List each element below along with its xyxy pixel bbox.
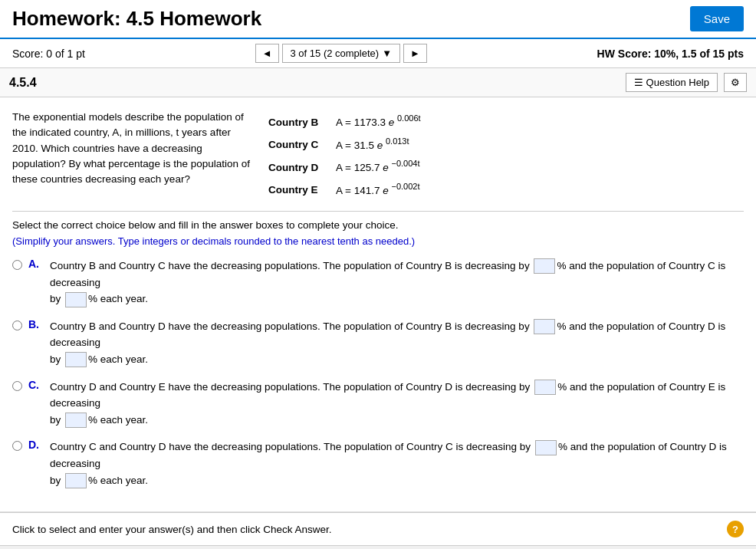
question-help-button[interactable]: ☰ Question Help <box>626 73 718 92</box>
country-e-formula: A = 141.7 e −0.002t <box>336 178 419 201</box>
choice-d-input1[interactable] <box>535 440 557 455</box>
choice-d-radio[interactable] <box>12 441 22 451</box>
choice-a-input1[interactable] <box>534 258 555 274</box>
section-actions: ☰ Question Help ⚙ <box>626 73 747 92</box>
country-c-formula: A = 31.5 e 0.013t <box>336 133 409 156</box>
footer-bar: All parts showing Clear All Check Answer… <box>0 545 756 549</box>
choice-b-input1[interactable] <box>534 319 555 334</box>
country-d-formula: A = 125.7 e −0.004t <box>336 155 419 178</box>
country-c-row: Country C A = 31.5 e 0.013t <box>268 133 421 156</box>
header: Homework: 4.5 Homework Save <box>0 0 756 39</box>
nav-dropdown-icon: ▼ <box>382 48 392 59</box>
help-button[interactable]: ? <box>727 521 744 537</box>
bottom-instruction: Click to select and enter your answer(s)… <box>0 512 756 545</box>
choice-b-letter: B. <box>28 318 44 330</box>
country-e-row: Country E A = 141.7 e −0.002t <box>268 178 421 201</box>
score-label: Score: <box>12 48 43 60</box>
main-content: The exponential models describe the popu… <box>0 97 756 512</box>
hw-score-value: 10%, 1.5 of 15 pts <box>654 48 744 60</box>
nav-center: ◄ 3 of 15 (2 complete) ▼ ► <box>255 44 427 63</box>
choice-a-text: Country B and Country C have the decreas… <box>50 258 744 307</box>
nav-label-text: 3 of 15 (2 complete) <box>291 48 380 59</box>
hw-score-display: HW Score: 10%, 1.5 of 15 pts <box>597 48 744 60</box>
country-c-label: Country C <box>268 134 330 155</box>
choice-d-text: Country C and Country D have the decreas… <box>50 439 744 488</box>
save-button[interactable]: Save <box>690 6 744 31</box>
choice-d-letter: D. <box>28 439 44 451</box>
gear-icon: ⚙ <box>731 77 740 88</box>
nav-next-button[interactable]: ► <box>403 44 427 63</box>
choice-d: D. Country C and Country D have the decr… <box>12 439 744 488</box>
choice-d-input2[interactable] <box>65 473 87 488</box>
problem-area: The exponential models describe the popu… <box>12 110 744 200</box>
score-bar: Score: 0 of 1 pt ◄ 3 of 15 (2 complete) … <box>0 39 756 68</box>
score-display: Score: 0 of 1 pt <box>12 48 85 60</box>
bottom-instruction-text: Click to select and enter your answer(s)… <box>12 524 331 535</box>
country-e-label: Country E <box>268 179 330 200</box>
page-title: Homework: 4.5 Homework <box>12 7 261 31</box>
choice-b-text: Country B and Country D have the decreas… <box>50 318 744 368</box>
choice-a: A. Country B and Country C have the decr… <box>12 258 744 307</box>
instruction-text: Select the correct choice below and fill… <box>12 211 744 231</box>
nav-label[interactable]: 3 of 15 (2 complete) ▼ <box>282 44 401 63</box>
country-b-label: Country B <box>268 112 330 133</box>
simplify-note: (Simplify your answers. Type integers or… <box>12 235 744 247</box>
choice-c-radio[interactable] <box>12 381 22 391</box>
nav-prev-button[interactable]: ◄ <box>255 44 279 63</box>
score-value: 0 of 1 pt <box>46 48 85 60</box>
choice-c-input2[interactable] <box>65 413 87 428</box>
question-help-label: Question Help <box>646 77 709 88</box>
choice-b-input2[interactable] <box>65 352 87 367</box>
choice-c-input1[interactable] <box>534 380 556 395</box>
settings-button[interactable]: ⚙ <box>724 73 747 92</box>
country-b-row: Country B A = 1173.3 e 0.006t <box>268 110 421 133</box>
problem-text: The exponential models describe the popu… <box>12 110 250 200</box>
choice-a-letter: A. <box>28 258 44 270</box>
choice-a-input2[interactable] <box>65 292 87 307</box>
choice-b: B. Country B and Country D have the decr… <box>12 318 744 368</box>
hw-score-label: HW Score: <box>597 48 652 60</box>
choice-c-text: Country D and Country E have the decreas… <box>50 379 744 429</box>
list-icon: ☰ <box>634 77 643 88</box>
country-table: Country B A = 1173.3 e 0.006t Country C … <box>268 110 421 200</box>
choice-b-radio[interactable] <box>12 321 22 330</box>
country-b-formula: A = 1173.3 e 0.006t <box>336 110 421 133</box>
choice-a-radio[interactable] <box>12 260 22 270</box>
choice-c: C. Country D and Country E have the decr… <box>12 379 744 429</box>
choice-c-letter: C. <box>28 379 44 391</box>
section-header: 4.5.4 ☰ Question Help ⚙ <box>0 68 756 97</box>
country-d-label: Country D <box>268 157 330 178</box>
section-number: 4.5.4 <box>9 76 37 90</box>
country-d-row: Country D A = 125.7 e −0.004t <box>268 155 421 178</box>
